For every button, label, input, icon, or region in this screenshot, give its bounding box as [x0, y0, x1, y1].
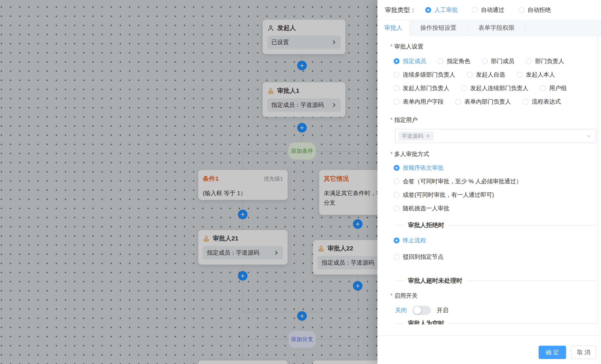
radio-circle-icon [467, 72, 473, 78]
radio-countersign[interactable]: 会签（可同时审批，至少 % 人必须审批通过） [394, 177, 522, 185]
multi-approve-row: 会签（可同时审批，至少 % 人必须审批通过） [394, 178, 522, 185]
assign-user-label: * 指定用户 [390, 116, 418, 124]
tab-action-buttons[interactable]: 操作按钮设置 [410, 20, 468, 36]
radio-circle-icon [472, 7, 478, 13]
multi-approve-label: * 多人审批方式 [390, 150, 429, 158]
radio-circle-icon [394, 238, 400, 243]
required-asterisk: * [390, 43, 393, 49]
panel-scrollbar-track[interactable] [597, 36, 598, 324]
radio-terminate-process[interactable]: 终止流程 [394, 236, 426, 244]
radio-return-to-node[interactable]: 驳回到指定节点 [394, 253, 444, 261]
enable-switch-label: * 启用开关 [390, 292, 418, 300]
empty-approver-divider: 审批人为空时 [395, 320, 596, 324]
multi-approve-row: 随机挑选一人审批 [394, 205, 449, 212]
radio-form-dept-leader[interactable]: 表单内部门负责人 [455, 98, 511, 106]
radio-initiator-choose[interactable]: 发起人自选 [467, 71, 505, 79]
radio-initiator-consecutive-dept-leader[interactable]: 发起人连续部门负责人 [461, 84, 528, 92]
radio-auto-approve[interactable]: 自动通过 [472, 6, 504, 14]
radio-manual-approval[interactable]: 人工审批 [425, 6, 458, 14]
radio-circle-icon [394, 99, 400, 105]
radio-circle-icon [540, 85, 546, 91]
radio-sequential-approve[interactable]: 按顺序依次审批 [394, 164, 444, 172]
timeout-divider: 审批人超时未处理时 [395, 277, 596, 284]
radio-circle-icon [394, 205, 400, 211]
radio-circle-icon [394, 165, 400, 171]
radio-circle-icon [425, 7, 431, 13]
radio-form-user-field[interactable]: 表单内用户字段 [394, 98, 444, 106]
radio-circle-icon [394, 85, 400, 91]
assign-user-select[interactable]: 芋道源码 ✕ [395, 129, 596, 143]
timeout-divider-title: 审批人超时未处理时 [408, 277, 462, 285]
switch-on-label: 开启 [437, 306, 448, 314]
multi-approve-row: 按顺序依次审批 [394, 164, 444, 172]
approval-type-label: 审批类型： [385, 6, 416, 14]
radio-dept-member[interactable]: 部门成员 [482, 57, 514, 65]
toggle-knob [413, 306, 421, 314]
enable-switch-row: 关闭 开启 [395, 306, 448, 315]
radio-circle-icon [394, 192, 400, 198]
radio-circle-icon [461, 85, 467, 91]
reject-option-row: 终止流程 [394, 237, 426, 244]
radio-random-one[interactable]: 随机挑选一人审批 [394, 204, 449, 212]
radio-circle-icon [519, 7, 524, 13]
settings-content: * 审批人设置 指定成员 指定角色 部门成员 部门负责人 连续多级部门负责人 发… [377, 36, 601, 324]
approver-setting-row1: 指定成员 指定角色 部门成员 部门负责人 [394, 58, 564, 65]
approver-setting-row2: 连续多级部门负责人 发起人自选 发起人本人 [394, 71, 555, 78]
approver-setting-row3: 发起人部门负责人 发起人连续部门负责人 用户组 [394, 85, 567, 92]
approver-settings-drawer: 审批类型： 人工审批 自动通过 自动拒绝 审批人 操作按钮设置 表单字段权限 *… [377, 0, 601, 364]
radio-circle-icon [517, 72, 523, 78]
radio-circle-icon [455, 99, 461, 105]
radio-circle-icon [394, 254, 400, 260]
radio-multi-level-dept-leader[interactable]: 连续多级部门负责人 [394, 71, 455, 79]
radio-initiator-dept-leader[interactable]: 发起人部门负责人 [394, 84, 449, 92]
required-asterisk: * [390, 117, 393, 123]
enable-toggle[interactable] [413, 306, 431, 315]
radio-initiator-self[interactable]: 发起人本人 [517, 71, 555, 79]
tab-form-field-permissions[interactable]: 表单字段权限 [468, 20, 526, 36]
reject-divider-title: 审批人拒绝时 [408, 221, 444, 229]
radio-specified-role[interactable]: 指定角色 [438, 57, 470, 65]
radio-specified-member[interactable]: 指定成员 [394, 57, 426, 65]
radio-process-expression[interactable]: 流程表达式 [523, 98, 561, 106]
approval-type-row: 审批类型： 人工审批 自动通过 自动拒绝 [385, 0, 565, 20]
radio-circle-icon [394, 179, 400, 184]
radio-circle-icon [394, 58, 400, 64]
radio-circle-icon [526, 58, 532, 64]
chevron-down-icon [586, 133, 592, 139]
radio-circle-icon [438, 58, 444, 64]
reject-option-row: 驳回到指定节点 [394, 253, 444, 260]
tag-close-icon[interactable]: ✕ [426, 133, 430, 139]
selected-user-tag: 芋道源码 ✕ [398, 131, 434, 141]
drawer-footer: 确 定 取 消 [377, 335, 601, 364]
confirm-button[interactable]: 确 定 [539, 346, 566, 359]
empty-approver-divider-title: 审批人为空时 [408, 319, 444, 324]
radio-auto-reject[interactable]: 自动拒绝 [519, 6, 551, 14]
radio-or-sign[interactable]: 或签(可同时审批，有一人通过即可) [394, 191, 494, 199]
cancel-button[interactable]: 取 消 [571, 346, 596, 359]
reject-divider: 审批人拒绝时 [395, 222, 596, 229]
required-asterisk: * [390, 151, 393, 157]
radio-user-group[interactable]: 用户组 [540, 84, 567, 92]
radio-circle-icon [482, 58, 488, 64]
approver-setting-row4: 表单内用户字段 表单内部门负责人 流程表达式 [394, 98, 561, 105]
radio-circle-icon [394, 72, 400, 78]
radio-dept-leader[interactable]: 部门负责人 [526, 57, 564, 65]
switch-off-label: 关闭 [395, 306, 407, 314]
tab-approver[interactable]: 审批人 [377, 20, 410, 36]
required-asterisk: * [390, 293, 393, 298]
settings-tabs: 审批人 操作按钮设置 表单字段权限 [377, 20, 601, 36]
approver-setting-label: * 审批人设置 [390, 43, 423, 51]
multi-approve-row: 或签(可同时审批，有一人通过即可) [394, 191, 494, 198]
radio-circle-icon [523, 99, 528, 105]
